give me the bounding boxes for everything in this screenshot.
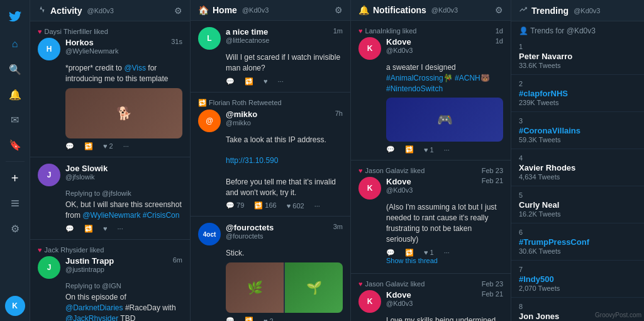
retweet-action[interactable]: 🔁 166	[254, 201, 276, 210]
twitter-logo-icon[interactable]	[4, 5, 26, 28]
retweet-action[interactable]: 🔁	[84, 142, 93, 150]
reply-action[interactable]: 💬	[65, 142, 74, 150]
activity-tweet-1-img-placeholder: 🐕	[65, 88, 182, 138]
activity-tweet-3[interactable]: ♥ Jack Rhysider liked J Justin Trapp @ju…	[30, 240, 190, 321]
trending-count-1: 33.6K Tweets	[519, 62, 644, 69]
more-action[interactable]: ···	[278, 77, 284, 85]
trending-item-4[interactable]: 4 Xavier Rhodes 4,634 Tweets	[511, 149, 644, 186]
lists-sidebar-icon[interactable]	[4, 192, 26, 215]
home-tweet-2-content: Take a look at this IP address. http://3…	[198, 135, 343, 198]
messages-sidebar-icon[interactable]: ✉	[4, 108, 26, 131]
more-action[interactable]: ···	[444, 249, 450, 256]
home-tweet-2[interactable]: 🔁 Florian Roth Retweeted @ @mikko @mikko…	[191, 93, 350, 217]
activity-column-title: Activity	[50, 6, 82, 16]
like-action[interactable]: ♥	[103, 225, 108, 232]
trending-item-3[interactable]: 3 #CoronaVillains 59.3K Tweets	[511, 112, 644, 149]
trending-item-2[interactable]: 2 #clapforNHS 239K Tweets	[511, 75, 644, 112]
like-action[interactable]: ♥ 1	[424, 146, 434, 154]
notif-1-time: 1d	[496, 37, 503, 45]
trending-item-7[interactable]: 7 #Indy500 2,070 Tweets	[511, 261, 644, 298]
activity-tweet-1-content: *proper* credit to @Viss for introducing…	[38, 63, 182, 84]
trending-count-3: 59.3K Tweets	[519, 136, 644, 144]
more-action[interactable]: ···	[284, 317, 289, 321]
show-thread-link[interactable]: Show this thread	[358, 257, 503, 264]
notif-1-image: 🎮	[386, 98, 503, 142]
retweet-action[interactable]: 🔁	[84, 225, 93, 233]
home-tweet-3-user-info: @fouroctets @fouroctets	[226, 223, 274, 240]
more-action[interactable]: ···	[444, 146, 450, 154]
trending-header-icon	[519, 5, 528, 16]
home-settings-icon[interactable]: ⚙	[335, 5, 343, 15]
activity-tweet-3-meta: ♥ Jack Rhysider liked	[38, 246, 182, 254]
user-avatar[interactable]: K	[5, 296, 25, 316]
notif-3-handle: @Kd0v3	[386, 300, 413, 307]
mention2[interactable]: @JackRhysider	[65, 314, 118, 321]
search-sidebar-icon[interactable]: 🔍	[4, 58, 26, 81]
notifications-sidebar-icon[interactable]: 🔔	[4, 83, 26, 106]
activity-tweet-1-name: Horkos	[65, 38, 118, 47]
activity-tweet-1-avatar: H	[38, 38, 60, 60]
trending-item-1[interactable]: 1 Peter Navarro 33.6K Tweets	[511, 38, 644, 75]
like-action[interactable]: ♥ 2	[103, 142, 113, 150]
heart-icon: ♥	[38, 246, 42, 254]
activity-tweet-2[interactable]: J Joe Slowik @jfslowik Replying to @jfsl…	[30, 157, 190, 240]
notif-2-content: (Also I'm assuming a lot but I just need…	[358, 202, 503, 244]
home-sidebar-icon[interactable]: ⌂	[4, 33, 26, 55]
ip-link[interactable]: http://31.10.590	[226, 156, 278, 165]
home-tweet-1[interactable]: L a nice time @littlecatnose 1m Will I g…	[191, 21, 350, 93]
trending-item-5[interactable]: 5 Curly Neal 16.2K Tweets	[511, 186, 644, 223]
activity-tweet-2-actions: 💬 🔁 ♥ ···	[38, 225, 182, 233]
activity-tweet-1[interactable]: ♥ Daysi Thierfiller liked H Horkos @Wyli…	[30, 21, 190, 157]
activity-header-icon	[38, 5, 47, 16]
notif-1[interactable]: ♥ LanaInkling liked 1d K Kdove @Kd0v3 1d…	[351, 21, 511, 160]
trending-item-6[interactable]: 6 #TrumpPressConf 30.6K Tweets	[511, 223, 644, 261]
like-action[interactable]: ♥ 602	[287, 202, 304, 210]
more-action[interactable]: ···	[118, 225, 123, 232]
like-action[interactable]: ♥ 2	[264, 317, 274, 321]
reply-action[interactable]: 💬 79	[226, 201, 244, 210]
retweet-action[interactable]: 🔁	[245, 317, 253, 321]
home-tweet-1-handle: @littlecatnose	[226, 37, 269, 44]
reply-action[interactable]: 💬	[226, 77, 235, 86]
like-action[interactable]: ♥	[264, 77, 268, 85]
home-tweet-3[interactable]: 4oct @fouroctets @fouroctets 3m Stick. 🌿…	[191, 217, 350, 321]
more-action[interactable]: ···	[123, 142, 129, 150]
notif-2[interactable]: ♥ Jason Galaviz liked Feb 23 K Kdove @Kd…	[351, 160, 511, 273]
home-tweet-3-content: Stick.	[198, 248, 343, 259]
hashtag2[interactable]: #ACNH	[455, 74, 480, 82]
reply-action[interactable]: 💬	[386, 249, 395, 257]
mention[interactable]: @Viss	[124, 64, 146, 72]
home-tweet-2-name: @mikko	[226, 110, 257, 119]
notif-1-user-info: Kdove @Kd0v3	[386, 37, 413, 54]
reply-to: Replying to @jfslowik	[65, 189, 182, 198]
more-action[interactable]: ···	[314, 202, 320, 210]
add-sidebar-icon[interactable]: +	[4, 167, 26, 189]
mention[interactable]: @DarknetDiaries	[65, 303, 123, 312]
retweet-action[interactable]: 🔁	[405, 249, 414, 257]
like-action[interactable]: ♥ 1	[424, 249, 434, 256]
home-tweet-3-actions: 💬 🔁 ♥ 2 ···	[198, 317, 343, 321]
hashtag[interactable]: #AnimalCrossing	[386, 74, 443, 82]
notif-3[interactable]: ♥ Jason Galaviz liked Feb 23 K Kdove @Kd…	[351, 274, 511, 321]
heart-icon: ♥	[358, 167, 363, 174]
reply-action[interactable]: 💬	[65, 225, 74, 233]
settings-sidebar-icon[interactable]: ⚙	[4, 217, 26, 240]
reply-action[interactable]: 💬	[386, 145, 395, 154]
trending-count-4: 4,634 Tweets	[519, 173, 644, 181]
sidebar-bottom: K	[5, 296, 25, 316]
retweet-action[interactable]: 🔁	[405, 145, 414, 154]
hashtag[interactable]: #CrisisCon	[143, 211, 180, 220]
columns-container: Activity @Kd0v3 ⚙ ♥ Daysi Thierfiller li…	[30, 0, 644, 321]
notif-1-date: 1d	[496, 27, 503, 35]
activity-column-header: Activity @Kd0v3 ⚙	[30, 0, 190, 21]
activity-settings-icon[interactable]: ⚙	[174, 6, 182, 16]
bookmarks-sidebar-icon[interactable]: 🔖	[4, 133, 26, 156]
trending-body: 👤 Trends for @Kd0v3 1 Peter Navarro 33.6…	[511, 21, 644, 321]
notifications-settings-icon[interactable]: ⚙	[495, 5, 503, 15]
reply-action[interactable]: 💬	[226, 317, 235, 321]
mention[interactable]: @WylieNewmark	[82, 211, 140, 220]
hashtag3[interactable]: #NintendoSwitch	[386, 84, 443, 93]
trending-column-handle: @Kd0v3	[574, 7, 600, 14]
notif-1-content: a sweater I designed #AnimalCrossing🎋 #A…	[358, 62, 503, 94]
retweet-action[interactable]: 🔁	[245, 77, 253, 86]
